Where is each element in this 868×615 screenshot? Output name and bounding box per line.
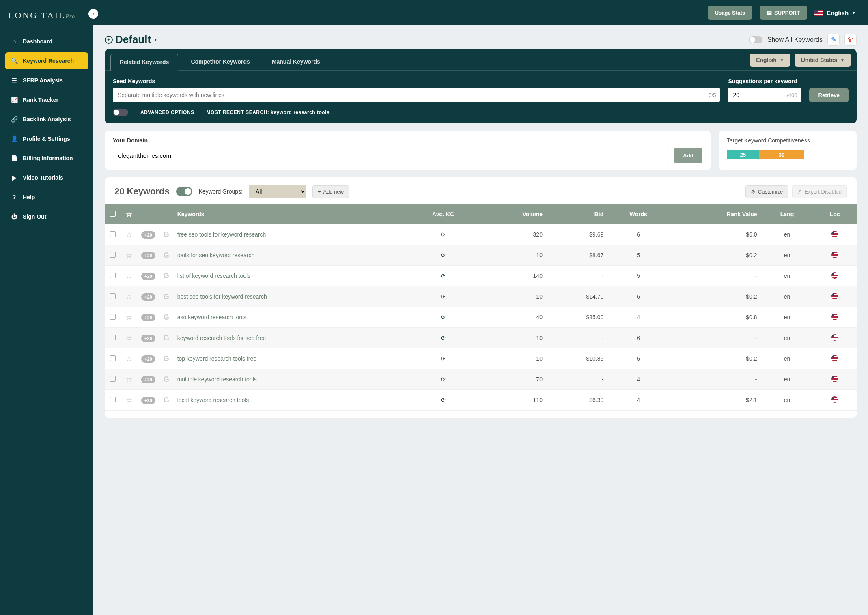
refresh-kc-icon[interactable]: ⟳ — [441, 273, 446, 279]
sidebar-item-serp-analysis[interactable]: ☰SERP Analysis — [5, 72, 88, 89]
select-all-checkbox[interactable] — [110, 211, 116, 217]
row-checkbox[interactable] — [110, 397, 116, 402]
google-icon[interactable]: G — [164, 375, 169, 383]
row-checkbox[interactable] — [110, 314, 116, 320]
show-all-keywords-toggle[interactable] — [749, 36, 762, 43]
keyword-link[interactable]: tools for seo keyword research — [177, 252, 255, 258]
keyword-link[interactable]: aso keyword research tools — [177, 314, 246, 320]
google-icon[interactable]: G — [164, 230, 169, 239]
refresh-kc-icon[interactable]: ⟳ — [441, 293, 446, 300]
star-icon[interactable]: ☆ — [126, 230, 132, 239]
expand-plus20-button[interactable]: +20 — [141, 335, 155, 342]
advanced-options-toggle[interactable] — [113, 109, 128, 116]
row-checkbox[interactable] — [110, 355, 116, 361]
refresh-kc-icon[interactable]: ⟳ — [441, 335, 446, 341]
col-lang[interactable]: Lang — [761, 204, 813, 224]
col-keywords[interactable]: Keywords — [173, 204, 407, 224]
row-checkbox[interactable] — [110, 293, 116, 299]
star-icon[interactable]: ☆ — [126, 375, 132, 383]
refresh-kc-icon[interactable]: ⟳ — [441, 231, 446, 238]
flag-us-icon — [831, 252, 838, 258]
add-new-group-button[interactable]: + Add new — [312, 185, 349, 198]
google-icon[interactable]: G — [164, 334, 169, 342]
expand-plus20-button[interactable]: +20 — [141, 376, 155, 383]
refresh-kc-icon[interactable]: ⟳ — [441, 314, 446, 320]
seed-keywords-input[interactable] — [113, 88, 720, 102]
star-header-icon[interactable]: ☆ — [126, 210, 132, 218]
row-checkbox[interactable] — [110, 376, 116, 382]
domain-input[interactable] — [113, 148, 669, 163]
sidebar-item-billing-information[interactable]: 📄Billing Information — [5, 150, 88, 167]
tab-related-keywords[interactable]: Related Keywords — [110, 54, 178, 71]
keyword-link[interactable]: local keyword research tools — [177, 397, 249, 403]
cell-words: 4 — [607, 307, 669, 328]
col-volume[interactable]: Volume — [479, 204, 547, 224]
sidebar-item-help[interactable]: ?Help — [5, 189, 88, 206]
expand-plus20-button[interactable]: +20 — [141, 273, 155, 280]
expand-plus20-button[interactable]: +20 — [141, 397, 155, 404]
refresh-kc-icon[interactable]: ⟳ — [441, 355, 446, 362]
sidebar-item-rank-tracker[interactable]: 📈Rank Tracker — [5, 91, 88, 108]
google-icon[interactable]: G — [164, 396, 169, 404]
keyword-link[interactable]: best seo tools for keyword research — [177, 293, 267, 300]
keyword-link[interactable]: top keyword research tools free — [177, 355, 256, 362]
keyword-link[interactable]: multiple keyword research tools — [177, 376, 257, 383]
row-checkbox[interactable] — [110, 273, 116, 278]
language-selector[interactable]: English ▼ — [814, 9, 856, 16]
sidebar-item-profile-settings[interactable]: 👤Profile & Settings — [5, 130, 88, 147]
col-avgkc[interactable]: Avg. KC — [407, 204, 479, 224]
google-icon[interactable]: G — [164, 251, 169, 259]
col-bid[interactable]: Bid — [547, 204, 607, 224]
refresh-kc-icon[interactable]: ⟳ — [441, 376, 446, 383]
sidebar-item-backlink-analysis[interactable]: 🔗Backlink Analysis — [5, 111, 88, 128]
support-button[interactable]: ▤ SUPPORT — [760, 6, 807, 20]
tab-manual-keywords[interactable]: Manual Keywords — [263, 53, 330, 70]
keyword-groups-select[interactable]: All — [249, 185, 306, 198]
project-selector[interactable]: + Default ▼ — [105, 33, 157, 46]
row-checkbox[interactable] — [110, 335, 116, 340]
sidebar-item-keyword-research[interactable]: 🔍Keyword Research — [5, 52, 88, 69]
row-checkbox[interactable] — [110, 231, 116, 237]
star-icon[interactable]: ☆ — [126, 313, 132, 321]
expand-plus20-button[interactable]: +20 — [141, 355, 155, 363]
expand-plus20-button[interactable]: +20 — [141, 231, 155, 239]
keywords-toggle[interactable] — [176, 187, 192, 196]
customize-button[interactable]: ⚙ Customize — [745, 185, 788, 198]
country-filter[interactable]: United States▼ — [795, 54, 851, 67]
google-icon[interactable]: G — [164, 355, 169, 363]
kc-bar[interactable]: 25 30 — [727, 150, 804, 159]
edit-project-button[interactable]: ✎ — [827, 34, 840, 46]
star-icon[interactable]: ☆ — [126, 334, 132, 342]
sidebar-item-sign-out[interactable]: ⏻Sign Out — [5, 208, 88, 225]
sidebar-item-video-tutorials[interactable]: ▶Video Tutorials — [5, 169, 88, 186]
cell-lang: en — [761, 328, 813, 348]
star-icon[interactable]: ☆ — [126, 272, 132, 280]
keyword-link[interactable]: list of keyword research tools — [177, 273, 251, 279]
star-icon[interactable]: ☆ — [126, 355, 132, 363]
row-checkbox[interactable] — [110, 252, 116, 258]
star-icon[interactable]: ☆ — [126, 251, 132, 259]
star-icon[interactable]: ☆ — [126, 292, 132, 301]
expand-plus20-button[interactable]: +20 — [141, 293, 155, 301]
star-icon[interactable]: ☆ — [126, 396, 132, 404]
google-icon[interactable]: G — [164, 313, 169, 321]
google-icon[interactable]: G — [164, 292, 169, 301]
add-domain-button[interactable]: Add — [674, 148, 702, 163]
usage-stats-button[interactable]: Usage Stats — [708, 6, 752, 20]
tab-competitor-keywords[interactable]: Competitor Keywords — [181, 53, 259, 70]
expand-plus20-button[interactable]: +20 — [141, 252, 155, 259]
google-icon[interactable]: G — [164, 272, 169, 280]
col-loc[interactable]: Loc — [813, 204, 857, 224]
keyword-link[interactable]: free seo tools for keyword research — [177, 231, 266, 238]
refresh-kc-icon[interactable]: ⟳ — [441, 397, 446, 403]
sidebar-collapse-button[interactable]: ‹ — [88, 9, 98, 19]
keyword-link[interactable]: keyword research tools for seo free — [177, 335, 266, 341]
col-rankvalue[interactable]: Rank Value — [669, 204, 761, 224]
language-filter[interactable]: English▼ — [750, 54, 790, 67]
delete-project-button[interactable]: 🗑 — [844, 34, 857, 46]
sidebar-item-dashboard[interactable]: ⌂Dashboard — [5, 33, 88, 50]
col-words[interactable]: Words — [607, 204, 669, 224]
retrieve-button[interactable]: Retrieve — [809, 88, 849, 102]
expand-plus20-button[interactable]: +20 — [141, 314, 155, 321]
refresh-kc-icon[interactable]: ⟳ — [441, 252, 446, 258]
